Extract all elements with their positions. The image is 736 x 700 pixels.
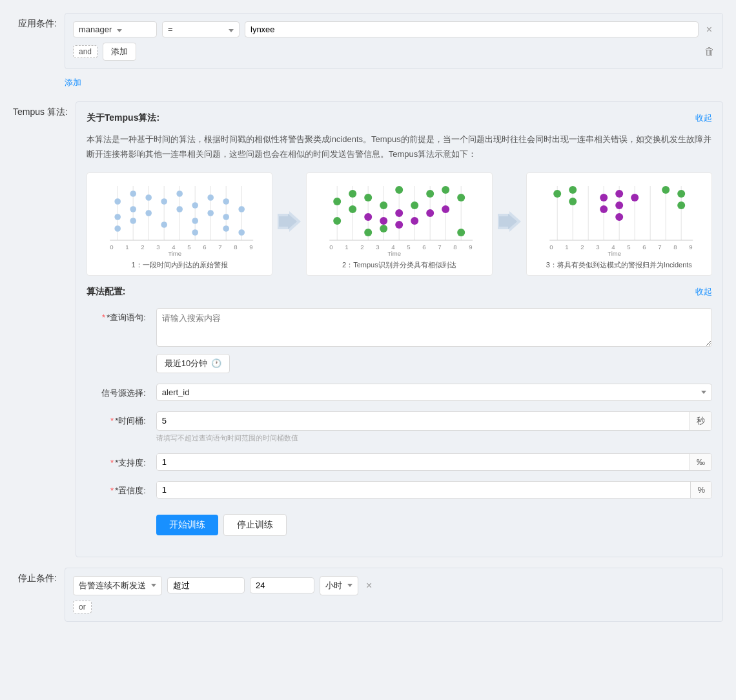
tempus-about-header: 关于Tempus算法: 收起: [87, 112, 712, 124]
svg-point-63: [442, 186, 449, 194]
add-condition-button[interactable]: 添加: [103, 43, 136, 61]
chart-3-svg: 0 1 2 3 4 5 6 7 8 9 Time: [532, 178, 706, 256]
or-button[interactable]: or: [73, 601, 92, 613]
svg-point-21: [176, 206, 183, 212]
support-control: ‰: [156, 453, 712, 471]
svg-point-100: [569, 186, 577, 194]
stop-operator-input[interactable]: [167, 577, 245, 593]
confidence-row: **置信度: %: [87, 481, 712, 499]
tempus-description: 本算法是一种基于时间的算法，根据时间戳的相似性将警告聚类成incidents。T…: [87, 132, 712, 162]
svg-point-69: [395, 221, 403, 229]
svg-point-12: [114, 225, 121, 232]
svg-point-11: [114, 214, 121, 220]
signal-label: 信号源选择:: [87, 384, 151, 399]
svg-point-56: [349, 190, 356, 198]
svg-point-20: [176, 190, 183, 197]
svg-text:7: 7: [218, 243, 221, 251]
chevron-down-icon: [114, 25, 122, 34]
query-control: 最近10分钟 🕐: [156, 308, 712, 373]
svg-point-102: [600, 194, 608, 201]
query-textarea[interactable]: [156, 308, 712, 347]
signal-control: alert_id: [156, 384, 712, 401]
trash-icon[interactable]: 🗑: [704, 46, 715, 57]
time-bucket-input[interactable]: [157, 413, 690, 429]
svg-text:0: 0: [329, 243, 332, 251]
stop-field-select[interactable]: 告警连续不断发送: [73, 576, 162, 595]
svg-point-55: [333, 198, 341, 205]
svg-point-59: [380, 201, 387, 209]
chart-3: 0 1 2 3 4 5 6 7 8 9 Time 3：将具有类似到达模式的警报归…: [526, 172, 712, 276]
action-buttons-row: 开始训练 停止训练: [87, 509, 712, 536]
svg-point-29: [223, 225, 229, 232]
svg-point-14: [130, 206, 136, 212]
chevron-down-icon-stop: [151, 584, 156, 587]
query-row: **查询语句: 最近10分钟 🕐: [87, 308, 712, 373]
algo-config-collapse[interactable]: 收起: [695, 286, 712, 298]
chart-2: 0 1 2 3 4 5 6 7 8 9 Time 2：Tempus识别并分类具有…: [306, 172, 492, 276]
confidence-input-wrap: %: [156, 481, 712, 499]
query-label: **查询语句:: [87, 308, 151, 324]
svg-text:8: 8: [234, 243, 237, 251]
svg-point-61: [411, 201, 418, 209]
svg-point-24: [192, 229, 198, 236]
svg-text:1: 1: [345, 243, 348, 251]
chevron-down-icon-signal: [701, 391, 706, 394]
svg-text:6: 6: [642, 243, 646, 251]
svg-point-72: [442, 205, 449, 213]
time-bucket-hint: 请填写不超过查询语句时间范围的时间桶数值: [156, 433, 712, 443]
svg-point-16: [145, 194, 152, 201]
and-button[interactable]: and: [73, 45, 97, 58]
chevron-down-icon-2: [226, 25, 234, 34]
svg-point-101: [569, 198, 577, 205]
svg-point-74: [364, 229, 372, 236]
chart-2-label: 2：Tempus识别并分类具有相似到达: [312, 260, 486, 270]
stop-number-input[interactable]: [250, 577, 314, 593]
svg-text:2: 2: [580, 243, 584, 251]
algo-config-title: 算法配置:: [87, 286, 126, 298]
support-input[interactable]: [157, 454, 690, 470]
confidence-input[interactable]: [157, 482, 691, 498]
confidence-control: %: [156, 481, 712, 499]
svg-text:5: 5: [627, 243, 630, 251]
svg-point-15: [130, 218, 136, 224]
stop-train-button[interactable]: 停止训练: [223, 514, 287, 536]
stop-condition-row: 告警连续不断发送 小时 ×: [73, 576, 715, 595]
stop-condition-box: 告警连续不断发送 小时 × or: [65, 568, 723, 622]
close-condition-button[interactable]: ×: [704, 23, 715, 37]
second-condition-row: and 添加 🗑: [73, 43, 715, 61]
close-stop-condition-button[interactable]: ×: [363, 579, 374, 593]
add-link-row: 添加: [0, 74, 736, 91]
svg-text:8: 8: [453, 243, 456, 251]
svg-point-99: [553, 190, 561, 198]
chart-1-label: 1：一段时间内到达的原始警报: [92, 260, 267, 270]
tempus-section: Tempus 算法: 关于Tempus算法: 收起 本算法是一种基于时间的算法，…: [0, 101, 736, 557]
apply-condition-box: manager = × and 添加 🗑: [65, 13, 723, 69]
time-select-button[interactable]: 最近10分钟 🕐: [156, 354, 230, 373]
condition-value-input[interactable]: [245, 21, 699, 37]
svg-point-106: [615, 213, 623, 221]
stop-unit-select[interactable]: 小时: [320, 576, 358, 595]
tempus-about-collapse[interactable]: 收起: [695, 112, 712, 124]
svg-point-57: [349, 205, 356, 213]
svg-point-109: [677, 190, 685, 198]
svg-point-18: [161, 198, 167, 205]
time-bucket-suffix: 秒: [690, 412, 711, 430]
svg-point-25: [207, 194, 214, 201]
svg-point-103: [600, 205, 608, 213]
svg-text:7: 7: [438, 243, 441, 251]
signal-select[interactable]: alert_id: [156, 384, 712, 401]
add-condition-link[interactable]: 添加: [65, 74, 81, 91]
arrow-2: [498, 210, 521, 238]
tempus-section-label: Tempus 算法:: [13, 101, 76, 118]
field-select[interactable]: manager: [73, 21, 157, 37]
svg-text:2: 2: [360, 243, 363, 251]
algo-config-header: 算法配置: 收起: [87, 286, 712, 298]
svg-text:5: 5: [407, 243, 410, 251]
svg-point-67: [380, 217, 387, 225]
tempus-content-box: 关于Tempus算法: 收起 本算法是一种基于时间的算法，根据时间戳的相似性将警…: [76, 101, 723, 557]
svg-point-58: [364, 194, 372, 201]
svg-point-68: [395, 209, 403, 217]
operator-select[interactable]: =: [162, 21, 240, 37]
time-bucket-control: 秒 请填写不超过查询语句时间范围的时间桶数值: [156, 411, 712, 443]
start-train-button[interactable]: 开始训练: [156, 515, 218, 535]
